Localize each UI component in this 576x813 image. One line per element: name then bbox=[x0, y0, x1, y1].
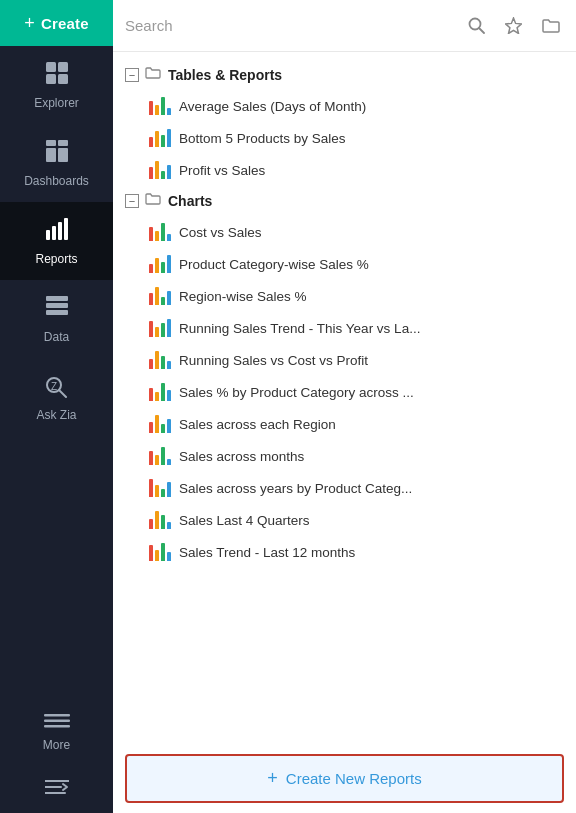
ask-zia-icon: Z bbox=[44, 372, 70, 402]
search-input[interactable] bbox=[125, 17, 456, 34]
list-item[interactable]: Bottom 5 Products by Sales bbox=[113, 122, 576, 154]
reports-icon bbox=[44, 216, 70, 246]
svg-rect-14 bbox=[46, 310, 68, 315]
sidebar-item-explorer[interactable]: Explorer bbox=[0, 46, 113, 124]
list-item[interactable]: Sales Last 4 Quarters bbox=[113, 504, 576, 536]
explorer-icon bbox=[44, 60, 70, 90]
svg-rect-8 bbox=[46, 230, 50, 240]
list-item[interactable]: Average Sales (Days of Month) bbox=[113, 90, 576, 122]
folder-label-charts: Charts bbox=[168, 193, 212, 209]
svg-line-16 bbox=[59, 390, 66, 397]
report-label: Sales across each Region bbox=[179, 417, 336, 432]
collapse-icon bbox=[45, 778, 69, 801]
report-label: Profit vs Sales bbox=[179, 163, 265, 178]
report-label: Sales Trend - Last 12 months bbox=[179, 545, 355, 560]
list-item[interactable]: Sales across months bbox=[113, 440, 576, 472]
chart-icon bbox=[149, 223, 171, 241]
svg-rect-9 bbox=[52, 226, 56, 240]
chart-icon bbox=[149, 319, 171, 337]
svg-rect-3 bbox=[58, 74, 68, 84]
report-label: Product Category-wise Sales % bbox=[179, 257, 369, 272]
list-item[interactable]: Profit vs Sales bbox=[113, 154, 576, 186]
search-icons bbox=[464, 13, 564, 38]
list-item[interactable]: Sales across each Region bbox=[113, 408, 576, 440]
create-new-reports-button[interactable]: + Create New Reports bbox=[125, 754, 564, 803]
svg-rect-6 bbox=[46, 148, 56, 162]
svg-text:Z: Z bbox=[51, 381, 57, 392]
chart-icon bbox=[149, 97, 171, 115]
create-new-label: Create New Reports bbox=[286, 770, 422, 787]
svg-rect-19 bbox=[44, 720, 70, 723]
svg-rect-4 bbox=[46, 140, 56, 146]
report-label: Average Sales (Days of Month) bbox=[179, 99, 366, 114]
svg-rect-18 bbox=[44, 714, 70, 717]
report-label: Sales across months bbox=[179, 449, 304, 464]
sidebar-item-label-data: Data bbox=[44, 330, 69, 344]
folder-icon-tables-reports bbox=[145, 66, 162, 84]
svg-rect-11 bbox=[64, 218, 68, 240]
folder-button[interactable] bbox=[538, 14, 564, 38]
chart-icon bbox=[149, 161, 171, 179]
sidebar-item-ask-zia[interactable]: Z Ask Zia bbox=[0, 358, 113, 436]
report-label: Running Sales vs Cost vs Profit bbox=[179, 353, 368, 368]
sidebar-item-data[interactable]: Data bbox=[0, 280, 113, 358]
plus-icon: + bbox=[24, 14, 35, 32]
report-label: Sales Last 4 Quarters bbox=[179, 513, 310, 528]
svg-rect-20 bbox=[44, 725, 70, 728]
toggle-charts[interactable]: − bbox=[125, 194, 139, 208]
svg-rect-2 bbox=[46, 74, 56, 84]
list-item[interactable]: Sales % by Product Category across ... bbox=[113, 376, 576, 408]
list-item[interactable]: Sales Trend - Last 12 months bbox=[113, 536, 576, 568]
chart-icon bbox=[149, 255, 171, 273]
tree-list: − Tables & Reports Average Sales (Days o… bbox=[113, 52, 576, 744]
report-label: Bottom 5 Products by Sales bbox=[179, 131, 346, 146]
sidebar-item-label-ask-zia: Ask Zia bbox=[36, 408, 76, 422]
create-label: Create bbox=[41, 15, 89, 32]
chart-icon bbox=[149, 415, 171, 433]
svg-rect-0 bbox=[46, 62, 56, 72]
sidebar-item-more[interactable]: More bbox=[0, 696, 113, 766]
folder-charts[interactable]: − Charts bbox=[113, 186, 576, 216]
svg-marker-26 bbox=[506, 18, 522, 34]
dashboards-icon bbox=[44, 138, 70, 168]
report-label: Cost vs Sales bbox=[179, 225, 262, 240]
svg-rect-5 bbox=[58, 140, 68, 146]
report-label: Sales % by Product Category across ... bbox=[179, 385, 414, 400]
report-label: Running Sales Trend - This Year vs La... bbox=[179, 321, 420, 336]
sidebar-item-label-dashboards: Dashboards bbox=[24, 174, 89, 188]
collapse-button[interactable] bbox=[0, 766, 113, 813]
list-item[interactable]: Running Sales Trend - This Year vs La... bbox=[113, 312, 576, 344]
list-item[interactable]: Running Sales vs Cost vs Profit bbox=[113, 344, 576, 376]
create-new-plus-icon: + bbox=[267, 768, 278, 789]
chart-icon bbox=[149, 351, 171, 369]
toggle-tables-reports[interactable]: − bbox=[125, 68, 139, 82]
sidebar-item-dashboards[interactable]: Dashboards bbox=[0, 124, 113, 202]
chart-icon bbox=[149, 543, 171, 561]
search-button[interactable] bbox=[464, 13, 489, 38]
sidebar-item-label-explorer: Explorer bbox=[34, 96, 79, 110]
main-panel: − Tables & Reports Average Sales (Days o… bbox=[113, 0, 576, 813]
sidebar-item-reports[interactable]: Reports bbox=[0, 202, 113, 280]
chart-icon bbox=[149, 511, 171, 529]
chart-icon bbox=[149, 129, 171, 147]
svg-rect-10 bbox=[58, 222, 62, 240]
search-bar bbox=[113, 0, 576, 52]
sidebar-item-label-reports: Reports bbox=[35, 252, 77, 266]
create-button[interactable]: + Create bbox=[0, 0, 113, 46]
chart-icon bbox=[149, 479, 171, 497]
chart-icon bbox=[149, 447, 171, 465]
list-item[interactable]: Cost vs Sales bbox=[113, 216, 576, 248]
report-label: Region-wise Sales % bbox=[179, 289, 307, 304]
report-label: Sales across years by Product Categ... bbox=[179, 481, 412, 496]
chart-icon bbox=[149, 287, 171, 305]
chart-icon bbox=[149, 383, 171, 401]
svg-rect-12 bbox=[46, 296, 68, 301]
favorites-button[interactable] bbox=[501, 13, 526, 38]
folder-label-tables-reports: Tables & Reports bbox=[168, 67, 282, 83]
list-item[interactable]: Region-wise Sales % bbox=[113, 280, 576, 312]
svg-rect-1 bbox=[58, 62, 68, 72]
folder-tables-reports[interactable]: − Tables & Reports bbox=[113, 60, 576, 90]
list-item[interactable]: Product Category-wise Sales % bbox=[113, 248, 576, 280]
list-item[interactable]: Sales across years by Product Categ... bbox=[113, 472, 576, 504]
svg-rect-13 bbox=[46, 303, 68, 308]
